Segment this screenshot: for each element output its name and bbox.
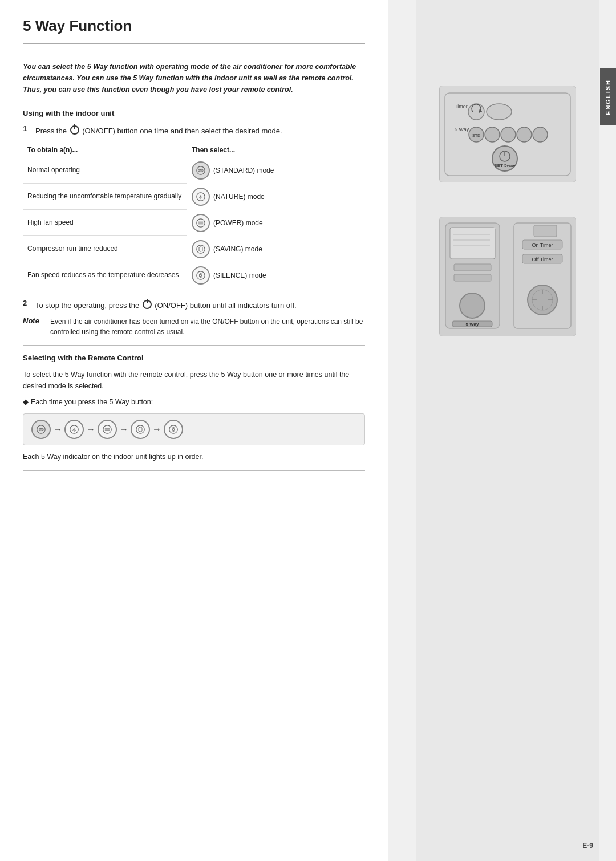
bullet-symbol: ◆ [23, 396, 29, 408]
arrow-4: → [152, 424, 161, 434]
arrow-1: → [53, 424, 62, 434]
step1: 1 Press the (ON/OFF) button one time and… [23, 124, 365, 137]
power-icon-2 [143, 300, 152, 309]
arrow-sequence: STD → → → [23, 413, 365, 445]
footer-text: Each 5 Way indicator on the indoor unit … [23, 451, 365, 462]
nature-mode-label: (NATURE) mode [213, 193, 265, 201]
table-cell-obtain-5: Fan speed reduces as the temperature dec… [23, 262, 187, 289]
note-block: Note Even if the air conditioner has bee… [23, 316, 365, 337]
svg-point-31 [517, 127, 532, 142]
mode-table: To obtain a(n)... Then select... Normal … [23, 143, 365, 289]
step2-number: 2 [23, 299, 31, 307]
table-row: Reducing the uncomfortable temperature g… [23, 184, 365, 210]
section2-heading: Selecting with the Remote Control [23, 354, 365, 362]
svg-rect-43 [454, 274, 491, 281]
svg-text:5 Way: 5 Way [466, 322, 479, 327]
svg-point-44 [460, 293, 485, 318]
svg-point-29 [485, 127, 500, 142]
seq-saving-icon [131, 420, 150, 439]
table-row: High fan speed (POWER) mode [23, 210, 365, 236]
arrow-2: → [86, 424, 95, 434]
step2: 2 To stop the operating, press the (ON/O… [23, 299, 365, 311]
svg-text:STD: STD [472, 133, 480, 137]
table-row: Normal operating STD (STANDARD) mode [23, 157, 365, 184]
table-cell-obtain-2: Reducing the uncomfortable temperature g… [23, 184, 187, 210]
table-cell-obtain-4: Compressor run time reduced [23, 236, 187, 262]
table-cell-mode-4: (SAVING) mode [187, 236, 365, 262]
svg-text:STD: STD [39, 428, 44, 431]
svg-rect-38 [450, 228, 495, 259]
power-mode-icon [192, 214, 210, 232]
note-text: Even if the air conditioner has been tur… [50, 316, 365, 337]
svg-point-8 [197, 245, 205, 253]
svg-point-24 [468, 104, 484, 120]
table-row: Fan speed reduces as the temperature dec… [23, 262, 365, 289]
seq-silence-icon [164, 420, 183, 439]
nature-icon [192, 188, 210, 206]
svg-point-10 [200, 274, 202, 277]
standard-mode-label: (STANDARD) mode [213, 166, 274, 174]
section1-heading: Using with the indoor unit [23, 109, 365, 117]
english-tab: ENGLISH [600, 68, 616, 125]
page-title: 5 Way Function [23, 17, 365, 44]
saving-icon [192, 240, 210, 258]
svg-text:Off Timer: Off Timer [532, 257, 553, 262]
bullet-text: Each time you press the 5 Way button: [31, 396, 153, 408]
power-icon [70, 125, 79, 135]
step2-text: To stop the operating, press the (ON/OFF… [35, 299, 297, 311]
table-cell-obtain-3: High fan speed [23, 210, 187, 236]
silence-mode-label: (SILENCE) mode [213, 271, 266, 279]
table-cell-mode-2: (NATURE) mode [187, 184, 365, 210]
divider-2 [23, 470, 365, 471]
main-content: 5 Way Function You can select the 5 Way … [0, 0, 388, 861]
indoor-unit-diagram: Timer 5 Way STD [439, 86, 576, 182]
seq-power-icon [98, 420, 117, 439]
table-col1: To obtain a(n)... [23, 143, 187, 157]
table-cell-obtain-1: Normal operating [23, 157, 187, 184]
svg-rect-52 [534, 225, 557, 237]
svg-point-30 [501, 127, 516, 142]
section2-intro: To select the 5 Way function with the re… [23, 369, 365, 392]
note-label: Note [23, 316, 44, 325]
table-col2: Then select... [187, 143, 365, 157]
svg-text:On Timer: On Timer [532, 242, 553, 248]
svg-text:5 Way: 5 Way [455, 127, 469, 132]
page-number: E-9 [582, 842, 593, 850]
svg-point-32 [533, 127, 548, 142]
svg-point-21 [172, 428, 175, 431]
saving-mode-label: (SAVING) mode [213, 245, 262, 253]
step1-text: Press the (ON/OFF) button one time and t… [35, 124, 282, 137]
svg-text:Timer: Timer [455, 104, 468, 109]
silence-icon [192, 266, 210, 285]
table-cell-mode-3: (POWER) mode [187, 210, 365, 236]
bullet-item: ◆ Each time you press the 5 Way button: [23, 396, 365, 408]
standard-icon: STD [192, 161, 210, 180]
step1-number: 1 [23, 124, 31, 133]
table-cell-mode-1: STD (STANDARD) mode [187, 157, 365, 184]
english-label: ENGLISH [605, 79, 611, 115]
remote-control-diagram: 5 Way On Timer Off Timer [439, 217, 576, 336]
divider-1 [23, 345, 365, 346]
right-panel: Timer 5 Way STD [416, 0, 599, 861]
power-mode-label: (POWER) mode [213, 219, 263, 227]
svg-text:STD: STD [198, 169, 204, 172]
svg-rect-42 [454, 264, 491, 271]
svg-point-19 [136, 425, 144, 433]
seq-nature-icon [64, 420, 84, 439]
table-row: Compressor run time reduced (SAVING) mod… [23, 236, 365, 262]
svg-point-9 [197, 271, 205, 279]
intro-text: You can select the 5 Way function with o… [23, 61, 365, 95]
svg-text:SET 5way: SET 5way [494, 163, 516, 168]
svg-point-20 [169, 425, 177, 433]
svg-point-25 [487, 104, 512, 120]
table-cell-mode-5: (SILENCE) mode [187, 262, 365, 289]
arrow-3: → [119, 424, 128, 434]
seq-std-icon: STD [31, 420, 51, 439]
